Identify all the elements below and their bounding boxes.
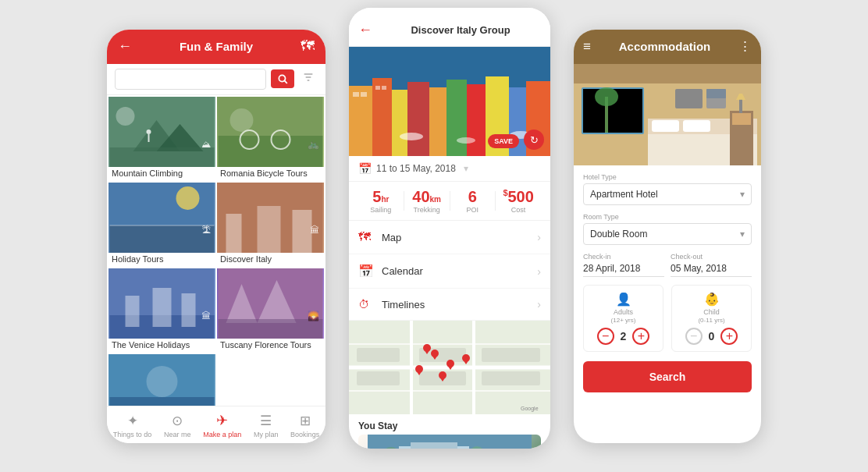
room-type-select[interactable]: Double Room ▾ [583, 223, 752, 245]
filter-button[interactable] [299, 69, 318, 88]
nav-label: Near me [164, 431, 191, 438]
guests-section: 👤 Adults (12+ yrs) − 2 + 👶 Child (0-11 y… [583, 285, 752, 353]
svg-rect-44 [446, 80, 467, 156]
hamburger-icon[interactable]: ≡ [583, 39, 591, 55]
list-item[interactable]: 🏛 The Venice Holidays [108, 268, 215, 353]
svg-point-9 [116, 107, 135, 126]
stat-trekking: 40km Trekking [404, 188, 450, 214]
poi-value: 6 [468, 188, 477, 206]
child-increment[interactable]: + [720, 328, 738, 345]
sailing-value: 5 [372, 188, 381, 205]
phone3-title: Accommodation [591, 40, 738, 53]
adults-group: 👤 Adults (12+ yrs) − 2 + [583, 285, 663, 353]
child-sublabel: (0-11 yrs) [698, 317, 724, 324]
image-icon: 🌄 [308, 311, 319, 321]
list-item[interactable]: ⛰ Mountain Climbing [108, 97, 215, 181]
hotel-type-select[interactable]: Apartment Hotel ▾ [583, 183, 752, 205]
list-item[interactable]: 🏝 Holiday Tours [108, 183, 215, 267]
timeline-menu-icon: ⏱ [358, 298, 374, 311]
svg-rect-18 [110, 225, 215, 253]
menu-map[interactable]: 🗺 Map › [349, 221, 550, 254]
svg-rect-49 [353, 92, 359, 97]
image-icon: 🚲 [308, 139, 319, 150]
save-button[interactable]: SAVE [488, 134, 519, 148]
adults-count: 2 [621, 330, 627, 342]
checkout-label: Check-out [671, 253, 752, 261]
more-options-icon[interactable]: ⋮ [738, 38, 752, 55]
adults-increment[interactable]: + [632, 328, 649, 345]
phone1-header: ← Fun & Family 🗺 [107, 30, 326, 64]
item-label: Romania Bicycle Tours [217, 167, 324, 181]
svg-point-10 [147, 130, 151, 134]
adult-icon: 👤 [616, 292, 631, 307]
list-item[interactable]: 🚲 Romania Bicycle Tours [217, 97, 324, 181]
bookings-icon: ⊞ [300, 413, 311, 429]
phone3-hero-image [574, 64, 761, 165]
child-label: Child (0-11 yrs) [698, 308, 724, 325]
destination-grid: ⛰ Mountain Climbing 🚲 Romania Bicycle To… [107, 95, 326, 407]
phone1: ← Fun & Family 🗺 [107, 30, 326, 443]
arrow-icon: › [537, 298, 541, 311]
child-decrement[interactable]: − [685, 328, 703, 345]
checkout-group: Check-out 05 May, 2018 [671, 253, 752, 277]
search-button[interactable]: Search [583, 361, 752, 392]
child-group: 👶 Child (0-11 yrs) − 0 + [671, 285, 752, 353]
list-item[interactable]: 🌄 Tuscany Florence Tours [217, 268, 324, 353]
stat-cost: $500 Cost [496, 188, 541, 214]
svg-rect-108 [675, 89, 703, 108]
nav-things-to-do[interactable]: ✦ Things to do [113, 413, 152, 438]
menu-timeline-label: Timelines [382, 299, 537, 311]
sailing-unit: hr [381, 195, 389, 204]
stats-bar: 5hr Sailing 40km Trekking 6 POI $500 Cos… [349, 182, 550, 221]
svg-rect-28 [153, 288, 172, 327]
nav-near-me[interactable]: ⊙ Near me [164, 413, 191, 438]
back-button[interactable]: ← [358, 22, 372, 38]
map-view[interactable]: Google [349, 321, 550, 414]
svg-rect-94 [574, 64, 761, 83]
back-button[interactable]: ← [118, 38, 132, 55]
phone2-header: ← Discover Italy Group [349, 8, 550, 47]
refresh-button[interactable]: ↻ [524, 130, 544, 150]
svg-rect-22 [226, 214, 242, 253]
svg-rect-50 [361, 92, 367, 97]
calendar-menu-icon: 📅 [358, 264, 374, 279]
room-type-group: Room Type Double Room ▾ [583, 213, 752, 245]
menu-calendar[interactable]: 📅 Calendar › [349, 254, 550, 289]
svg-point-99 [595, 87, 618, 106]
menu-timelines[interactable]: ⏱ Timelines › [349, 289, 550, 321]
adults-decrement[interactable]: − [597, 328, 614, 345]
nav-my-plan[interactable]: ☰ My plan [254, 413, 279, 438]
search-button[interactable] [271, 69, 294, 88]
nav-make-plan[interactable]: ✈ Make a plan [203, 412, 241, 438]
search-input[interactable] [115, 69, 266, 90]
item-label: Holiday Tours [108, 253, 215, 267]
image-icon: ⛰ [201, 139, 211, 150]
menu-calendar-label: Calendar [382, 265, 537, 277]
svg-line-1 [285, 81, 287, 83]
svg-rect-65 [357, 371, 400, 385]
sailing-label: Sailing [370, 206, 391, 214]
nav-label: My plan [254, 431, 279, 438]
stat-sailing: 5hr Sailing [358, 188, 404, 214]
list-item[interactable] [108, 354, 215, 407]
svg-point-36 [147, 366, 178, 397]
svg-rect-43 [429, 87, 446, 156]
map-icon[interactable]: 🗺 [301, 38, 315, 55]
list-item[interactable]: 🏛 Discover Italy [217, 183, 324, 267]
dropdown-arrow-icon: ▾ [740, 189, 745, 200]
things-icon: ✦ [127, 413, 138, 429]
hotel-type-group: Hotel Type Apartment Hotel ▾ [583, 173, 752, 205]
checkin-value[interactable]: 28 April, 2018 [583, 263, 664, 277]
trekking-value: 40 [412, 188, 429, 205]
adults-label-text: Adults [614, 308, 633, 316]
adults-controls: − 2 + [597, 328, 650, 345]
arrow-icon: › [537, 231, 541, 243]
dropdown-icon: ▾ [464, 163, 468, 174]
stay-image [358, 435, 541, 449]
checkout-value[interactable]: 05 May, 2018 [671, 263, 752, 277]
accommodation-form: Hotel Type Apartment Hotel ▾ Room Type D… [574, 165, 761, 401]
nav-bookings[interactable]: ⊞ Bookings [290, 413, 319, 438]
svg-rect-29 [182, 293, 196, 327]
image-icon: 🏝 [201, 225, 211, 236]
phone2: ← Discover Italy Group [349, 8, 550, 449]
